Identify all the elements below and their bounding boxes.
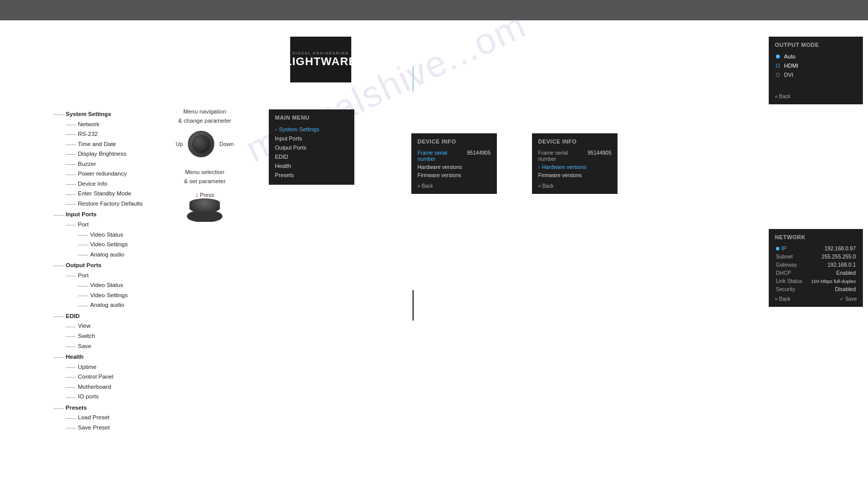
navigation-knob[interactable] [188,131,214,157]
tree-control-panel: Control Panel [78,372,114,382]
top-bar [0,0,868,20]
tree-input-video-settings: Video Settings [90,240,128,250]
device-info-1-firmware-row: Firmware versions [411,171,497,179]
tree-presets: Presets [66,403,87,413]
tree-save-preset: Save Preset [78,423,110,433]
menu-item-system-settings[interactable]: System Settings [269,125,354,134]
device-info-1-back[interactable]: Back [411,179,497,189]
cursor-line-2 [412,290,414,321]
tree-edid-save: Save [78,341,91,352]
dvi-radio-dot [776,73,780,77]
output-mode-header: OUTPUT MODE [769,42,863,52]
tree-output-analog-audio: Analog audio [90,300,124,310]
device-info-2-header: DEVICE INFO [532,138,618,149]
tree-display-brightness: Display Brightness [78,149,126,159]
menu-item-edid[interactable]: EDID [269,152,354,161]
press-title: Menu selection & set parameter [176,167,234,186]
menu-item-input-ports[interactable]: Input Ports [269,134,354,143]
cursor-line-1 [412,66,414,92]
network-security-row: Security Disabled [769,285,863,293]
nav-diagram: Menu navigation & change parameter Up Do… [176,107,234,222]
tree-uptime: Uptime [78,362,96,373]
device-info-panel-2: DEVICE INFO Frame serial number 95144905… [532,133,618,194]
tree-edid-view: View [78,321,91,331]
output-option-dvi[interactable]: DVI [769,70,863,79]
network-header: NETWORK [769,234,863,244]
tree-buzzer: Buzzer [78,159,96,169]
network-subnet-row: Subnet 255.255.255.0 [769,252,863,261]
logo-top-text: VISUAL ENGINEERING [292,51,349,55]
knob-container: Up Down [176,131,234,157]
network-link-row: Link Status 100 Mbps full-duplex [769,277,863,285]
ip-dot [776,247,779,250]
tree-edid: EDID [66,311,79,322]
network-back-button[interactable]: « Back [775,296,791,302]
tree-output-video-status: Video Status [90,280,123,291]
output-mode-panel: OUTPUT MODE Auto HDMI DVI Back [769,37,863,104]
press-container: Menu selection & set parameter ↓Press [176,167,234,222]
device-info-2-firmware-row: Firmware versions [532,171,618,179]
menu-item-presets[interactable]: Presets [269,170,354,180]
device-info-1-hardware-row[interactable]: Hardware versions [411,163,497,171]
press-button-bottom [187,211,222,222]
down-label: Down [219,141,234,147]
tree-menu: —— System Settings ——Network ——RS-232 ——… [53,109,143,433]
network-dhcp-row: DHCP Enabled [769,269,863,277]
tree-motherboard: Motherboard [78,382,111,392]
tree-load-preset: Load Preset [78,413,109,423]
output-mode-back[interactable]: Back [769,90,863,99]
device-info-1-serial-row: Frame serial number 95144905 [411,149,497,163]
auto-radio-dot [776,54,780,59]
tree-output-port: Port [78,271,89,281]
menu-item-output-ports[interactable]: Output Ports [269,143,354,152]
tree-rs232: RS-232 [78,129,98,139]
tree-output-ports: Output Ports [66,261,101,271]
menu-item-health[interactable]: Health [269,161,354,170]
device-info-2-back[interactable]: Back [532,179,618,189]
main-menu-header: MAIN MENU [269,114,354,125]
network-panel: NETWORK IP 192.168.0.97 Subnet 255.255.2… [769,229,863,307]
tree-io-ports: IO ports [78,392,99,402]
network-ip-row[interactable]: IP 192.168.0.97 [769,244,863,252]
main-menu-panel: MAIN MENU System Settings Input Ports Ou… [269,109,354,185]
tree-input-port: Port [78,220,89,230]
device-info-2-serial-row: Frame serial number 95144905 [532,149,618,163]
nav-title-1: Menu navigation & change parameter [176,107,234,126]
tree-input-video-status: Video Status [90,230,123,240]
press-arrow-icon: ↓Press [176,190,234,198]
tree-edid-switch: Switch [78,331,95,341]
tree-time-date: Time and Date [78,139,116,150]
hdmi-radio-dot [776,64,780,68]
tree-restore-factory: Restore Factory Defaults [78,199,143,209]
up-label: Up [176,141,183,147]
tree-health: Health [66,352,83,362]
network-ip-value: 192.168.0.97 [825,245,856,251]
tree-system-settings: System Settings [66,109,111,120]
device-info-panel-1: DEVICE INFO Frame serial number 95144905… [411,133,497,194]
tree-input-ports: Input Ports [66,210,97,220]
network-save-button[interactable]: ✓ Save [839,296,857,302]
tree-device-info: Device Info [78,179,107,189]
tree-output-video-settings: Video Settings [90,291,128,301]
network-footer: « Back ✓ Save [769,293,863,302]
tree-enter-standby: Enter Standby Mode [78,189,131,199]
tree-network: Network [78,120,99,130]
tree-power-redundancy: Power redundancy [78,169,127,179]
tree-input-analog-audio: Analog audio [90,250,124,260]
logo: VISUAL ENGINEERING LIGHTWARE [290,37,351,82]
device-info-2-hardware-row[interactable]: Hardware versions [532,163,618,171]
network-gateway-row: Gateway 192.168.0.1 [769,261,863,269]
output-option-hdmi[interactable]: HDMI [769,61,863,70]
logo-main-text: LIGHTWARE [285,55,357,68]
output-option-auto[interactable]: Auto [769,52,863,61]
device-info-1-header: DEVICE INFO [411,138,497,149]
